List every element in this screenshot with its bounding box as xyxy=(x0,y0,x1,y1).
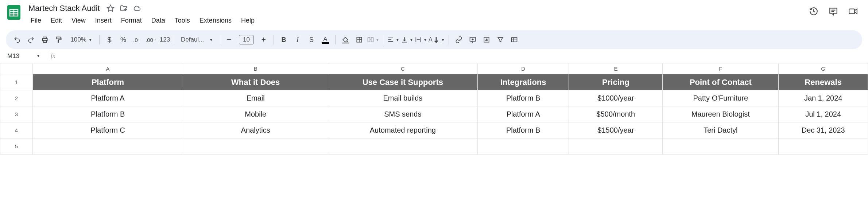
select-all-corner[interactable] xyxy=(0,63,33,74)
cell[interactable] xyxy=(183,138,328,155)
paint-format-button[interactable] xyxy=(53,34,65,46)
decrease-font-size-button[interactable]: − xyxy=(223,34,235,46)
table-header[interactable]: Use Case it Supports xyxy=(328,74,477,90)
borders-button[interactable] xyxy=(353,34,365,46)
star-icon[interactable] xyxy=(106,4,115,12)
table-header[interactable]: Platform xyxy=(32,74,183,90)
cell[interactable]: Mobile xyxy=(183,106,328,122)
format-percent-button[interactable]: % xyxy=(117,34,129,46)
merge-cells-button[interactable]: ▼ xyxy=(367,34,379,46)
insert-comment-button[interactable] xyxy=(466,34,479,46)
menu-data[interactable]: Data xyxy=(147,15,170,27)
vertical-align-button[interactable]: ▼ xyxy=(401,34,413,46)
increase-decimal-button[interactable]: .00→ xyxy=(145,34,157,46)
more-formats-button[interactable]: 123 xyxy=(159,34,171,46)
cell[interactable]: Dec 31, 2023 xyxy=(779,122,868,138)
cell[interactable]: Platform C xyxy=(32,122,183,138)
meet-icon[interactable] xyxy=(848,7,858,16)
row-header-5[interactable]: 5 xyxy=(0,138,33,155)
menu-view[interactable]: View xyxy=(67,15,90,27)
menu-extensions[interactable]: Extensions xyxy=(195,15,236,27)
table-header[interactable]: Pricing xyxy=(569,74,663,90)
table-view-button[interactable] xyxy=(508,34,520,46)
cell[interactable]: Teri Dactyl xyxy=(663,122,779,138)
cell[interactable] xyxy=(569,138,663,155)
comments-icon[interactable] xyxy=(829,7,838,16)
menu-help[interactable]: Help xyxy=(237,15,259,27)
col-header-G[interactable]: G xyxy=(779,63,868,74)
table-header[interactable]: Point of Contact xyxy=(663,74,779,90)
strikethrough-button[interactable]: S xyxy=(305,34,318,46)
text-wrap-button[interactable]: ▼ xyxy=(415,34,427,46)
cell[interactable]: Platform A xyxy=(32,90,183,106)
svg-rect-30 xyxy=(511,38,517,42)
cloud-status-icon[interactable] xyxy=(133,4,141,12)
cell[interactable]: Email builds xyxy=(328,90,477,106)
format-currency-button[interactable]: $ xyxy=(103,34,116,46)
cell[interactable]: Analytics xyxy=(183,122,328,138)
col-header-D[interactable]: D xyxy=(477,63,569,74)
svg-marker-5 xyxy=(107,5,113,11)
menu-tools[interactable]: Tools xyxy=(170,15,194,27)
cell[interactable]: Jul 1, 2024 xyxy=(779,106,868,122)
cell[interactable]: Platform B xyxy=(477,122,569,138)
cell[interactable]: Email xyxy=(183,90,328,106)
row-header-4[interactable]: 4 xyxy=(0,122,33,138)
cell[interactable]: SMS sends xyxy=(328,106,477,122)
col-header-E[interactable]: E xyxy=(569,63,663,74)
spreadsheet-grid[interactable]: A B C D E F G 1 Platform What it Does Us… xyxy=(0,63,868,155)
cell[interactable]: $1000/year xyxy=(569,90,663,106)
col-header-B[interactable]: B xyxy=(183,63,328,74)
col-header-C[interactable]: C xyxy=(328,63,477,74)
name-box[interactable]: M13▼ xyxy=(4,52,43,60)
cell[interactable]: Platform B xyxy=(477,90,569,106)
cell[interactable] xyxy=(663,138,779,155)
table-header[interactable]: What it Does xyxy=(183,74,328,90)
row-header-1[interactable]: 1 xyxy=(0,74,33,90)
bold-button[interactable]: B xyxy=(278,34,290,46)
cell[interactable] xyxy=(779,138,868,155)
menu-format[interactable]: Format xyxy=(117,15,146,27)
italic-button[interactable]: I xyxy=(291,34,304,46)
cell[interactable]: Maureen Biologist xyxy=(663,106,779,122)
cell[interactable]: $1500/year xyxy=(569,122,663,138)
decrease-decimal-button[interactable]: .0← xyxy=(131,34,143,46)
text-color-button[interactable]: A xyxy=(319,34,332,46)
cell[interactable]: Jan 1, 2024 xyxy=(779,90,868,106)
table-header[interactable]: Integrations xyxy=(477,74,569,90)
cell[interactable] xyxy=(328,138,477,155)
redo-button[interactable] xyxy=(25,34,37,46)
print-button[interactable] xyxy=(39,34,51,46)
cell[interactable]: $500/month xyxy=(569,106,663,122)
fill-color-button[interactable] xyxy=(339,34,352,46)
filter-button[interactable] xyxy=(494,34,507,46)
increase-font-size-button[interactable]: + xyxy=(257,34,270,46)
horizontal-align-button[interactable]: ▼ xyxy=(387,34,399,46)
col-header-A[interactable]: A xyxy=(32,63,183,74)
sheets-logo[interactable] xyxy=(4,3,23,22)
history-icon[interactable] xyxy=(809,7,818,16)
font-size-input[interactable]: 10 xyxy=(239,35,254,44)
cell[interactable]: Platform A xyxy=(477,106,569,122)
move-icon[interactable] xyxy=(120,4,128,12)
menu-bar: File Edit View Insert Format Data Tools … xyxy=(26,15,809,27)
menu-edit[interactable]: Edit xyxy=(46,15,66,27)
text-rotation-button[interactable]: A▼ xyxy=(429,34,445,46)
insert-chart-button[interactable] xyxy=(480,34,493,46)
menu-file[interactable]: File xyxy=(26,15,46,27)
cell[interactable]: Automated reporting xyxy=(328,122,477,138)
insert-link-button[interactable] xyxy=(453,34,465,46)
row-header-3[interactable]: 3 xyxy=(0,106,33,122)
row-header-2[interactable]: 2 xyxy=(0,90,33,106)
doc-title[interactable]: Martech Stack Audit xyxy=(26,3,102,14)
font-select[interactable]: Defaul...▼ xyxy=(179,34,215,46)
table-header[interactable]: Renewals xyxy=(779,74,868,90)
cell[interactable]: Platform B xyxy=(32,106,183,122)
cell[interactable] xyxy=(32,138,183,155)
undo-button[interactable] xyxy=(11,34,23,46)
col-header-F[interactable]: F xyxy=(663,63,779,74)
zoom-select[interactable]: 100%▼ xyxy=(66,34,96,46)
menu-insert[interactable]: Insert xyxy=(91,15,116,27)
cell[interactable]: Patty O'Furniture xyxy=(663,90,779,106)
cell[interactable] xyxy=(477,138,569,155)
